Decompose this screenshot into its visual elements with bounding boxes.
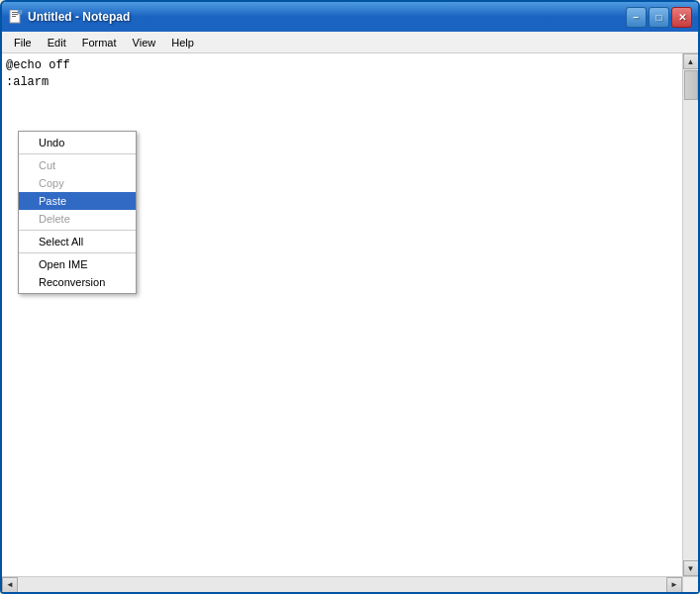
context-menu-select-all[interactable]: Select All xyxy=(19,233,136,250)
scrollbar-corner xyxy=(682,576,698,592)
context-menu-separator-3 xyxy=(19,252,136,253)
menubar: File Edit Format View Help xyxy=(2,32,698,53)
context-menu-reconversion[interactable]: Reconversion xyxy=(19,273,136,291)
titlebar: Untitled - Notepad − □ ✕ xyxy=(2,2,698,32)
context-menu-undo[interactable]: Undo xyxy=(19,134,136,151)
window-title: Untitled - Notepad xyxy=(28,10,622,24)
scroll-right-button[interactable]: ► xyxy=(666,577,682,593)
vertical-scrollbar[interactable]: ▲ ▼ xyxy=(682,53,698,576)
context-menu-paste[interactable]: Paste xyxy=(19,192,136,210)
menu-file[interactable]: File xyxy=(6,35,40,50)
close-button[interactable]: ✕ xyxy=(671,7,692,28)
context-menu: Undo Cut Copy Paste Delete Select All Op… xyxy=(18,131,137,294)
svg-rect-3 xyxy=(12,16,16,17)
context-menu-cut[interactable]: Cut xyxy=(19,156,136,174)
app-icon xyxy=(8,9,24,25)
notepad-window: Untitled - Notepad − □ ✕ File Edit Forma… xyxy=(0,0,700,594)
scroll-up-button[interactable]: ▲ xyxy=(683,53,699,69)
svg-rect-2 xyxy=(12,14,18,15)
context-menu-separator-2 xyxy=(19,230,136,231)
scroll-track-vertical[interactable] xyxy=(683,69,698,560)
scroll-left-button[interactable]: ◄ xyxy=(2,577,18,593)
context-menu-open-ime[interactable]: Open IME xyxy=(19,255,136,273)
minimize-button[interactable]: − xyxy=(626,7,647,28)
context-menu-delete[interactable]: Delete xyxy=(19,210,136,228)
svg-rect-4 xyxy=(18,10,22,14)
editor-area[interactable]: @echo off :alarm Undo Cut Copy Paste Del… xyxy=(2,53,698,592)
scroll-down-button[interactable]: ▼ xyxy=(683,560,699,576)
menu-edit[interactable]: Edit xyxy=(40,35,74,50)
maximize-button[interactable]: □ xyxy=(649,7,669,28)
svg-rect-1 xyxy=(12,12,18,13)
scroll-thumb-vertical[interactable] xyxy=(684,70,698,100)
context-menu-separator-1 xyxy=(19,153,136,154)
horizontal-scrollbar[interactable]: ◄ ► xyxy=(2,576,682,592)
scroll-track-horizontal[interactable] xyxy=(18,577,666,592)
editor-text: @echo off :alarm xyxy=(6,57,70,91)
window-controls: − □ ✕ xyxy=(626,7,692,28)
menu-view[interactable]: View xyxy=(125,35,164,50)
context-menu-copy[interactable]: Copy xyxy=(19,174,136,192)
menu-format[interactable]: Format xyxy=(74,35,125,50)
menu-help[interactable]: Help xyxy=(163,35,202,50)
